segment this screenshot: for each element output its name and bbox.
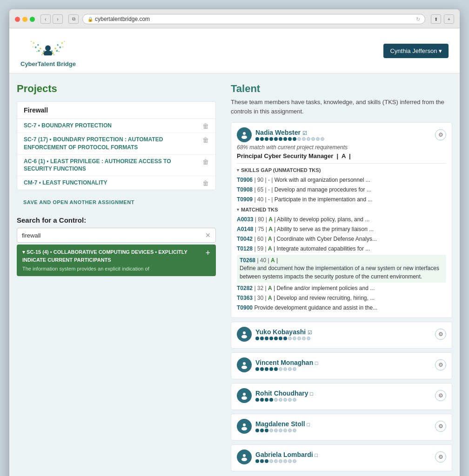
talent-name-row: Gabriela Lombardi □ (255, 451, 318, 458)
talent-name: Gabriela Lombardi (255, 451, 313, 458)
svg-point-33 (241, 365, 247, 369)
tks-desc: Provide development guidance and assist … (254, 304, 377, 311)
skill-dot (316, 137, 320, 141)
talent-card-nadia: Nadia Webster ☑ (231, 122, 452, 318)
talent-settings-button[interactable]: ⚙ (435, 329, 446, 340)
talent-settings-button[interactable]: ⚙ (435, 359, 446, 370)
tks-badge: A (268, 285, 272, 291)
svg-point-3 (38, 50, 40, 52)
svg-point-20 (33, 46, 34, 48)
skill-dot (283, 367, 287, 371)
skill-dot (279, 137, 282, 141)
tks-desc: Work with all organization personnel ... (275, 177, 370, 183)
tks-score: | 75 | (255, 226, 269, 232)
collapse-icon[interactable]: ▾ (237, 207, 239, 212)
talent-skill-dots (255, 367, 318, 371)
skill-dot (279, 398, 282, 402)
control-label: SC-7 • BOUNDARY PROTECTION (24, 122, 199, 130)
tks-desc: Develop and review recruiting, hiring, .… (276, 295, 375, 301)
svg-point-31 (241, 335, 247, 338)
browser-nav: ‹ › (40, 14, 63, 24)
talent-card-header: Gabriela Lombardi □ (237, 450, 446, 464)
skill-dot (260, 367, 264, 371)
talent-card-vincent: Vincent Monaghan □ (231, 352, 452, 379)
skill-dot (260, 398, 264, 402)
skill-dot (255, 367, 259, 371)
skill-dot (293, 398, 296, 402)
control-row: SC-7 (17) • BOUNDARY PROTECTION : AUTOMA… (17, 133, 215, 155)
tks-id: T0042 (237, 236, 253, 242)
skill-dot (265, 429, 268, 432)
skill-dot (274, 337, 278, 340)
talent-settings-button[interactable]: ⚙ (435, 129, 446, 140)
talent-left: Rohit Choudhary □ (237, 388, 313, 403)
talent-card-gabriela: Gabriela Lombardi □ (231, 444, 452, 471)
delete-control-icon[interactable]: 🗑 (202, 122, 209, 130)
svg-point-8 (60, 46, 61, 48)
logo-svg (27, 34, 69, 60)
tks-id: T0128 (237, 245, 253, 252)
skill-dot (302, 337, 306, 340)
matched-tks-label: MATCHED TKS (241, 207, 278, 212)
skill-dot (274, 459, 278, 463)
person-icon (240, 422, 248, 430)
tks-sep: | (272, 285, 277, 291)
skill-dot (265, 459, 268, 463)
delete-control-icon[interactable]: 🗑 (202, 136, 209, 144)
search-input[interactable] (22, 232, 202, 239)
forward-button[interactable]: › (53, 14, 63, 24)
tks-score: | 40 | - | (254, 196, 274, 203)
talent-settings-button[interactable]: ⚙ (435, 421, 446, 432)
tks-badge: A (268, 245, 272, 252)
tks-desc: Define and/or implement policies and ... (276, 285, 375, 291)
search-result: ▾ SC-15 (4) • COLLABORATIVE COMPUTING DE… (17, 245, 216, 276)
share-button[interactable]: ⬆ (431, 14, 441, 24)
reload-icon[interactable]: ↻ (416, 16, 420, 22)
talent-card-header: Rohit Choudhary □ (237, 388, 446, 403)
svg-point-39 (241, 457, 247, 461)
skill-dot (260, 429, 264, 432)
skill-dot (288, 337, 292, 340)
skill-dot (260, 337, 264, 340)
tks-id: T0282 (237, 285, 253, 291)
talent-card-header: Vincent Monaghan □ (237, 357, 446, 372)
talent-name-row: Magdalene Stoll □ (255, 420, 310, 428)
url-bar[interactable]: 🔒 cybertalentbridge.com ↻ (82, 14, 425, 24)
talent-name-row: Rohit Choudhary □ (255, 390, 313, 397)
talent-left: Nadia Webster ☑ (237, 127, 324, 142)
talent-card-rohit: Rohit Choudhary □ (231, 383, 452, 410)
talent-settings-button[interactable]: ⚙ (435, 451, 446, 463)
tks-score: | 30 | (254, 295, 268, 301)
talent-settings-button[interactable]: ⚙ (435, 390, 446, 401)
skill-dot (307, 137, 310, 141)
project-name: Firewall (17, 102, 215, 119)
svg-point-28 (243, 132, 246, 135)
delete-control-icon[interactable]: 🗑 (202, 179, 209, 187)
save-assignment-link[interactable]: SAVE AND OPEN ANOTHER ASSIGNMENT (17, 197, 216, 212)
talent-name-row: Yuko Kobayashi ☑ (255, 328, 312, 336)
tab-view-button[interactable]: ⧉ (68, 14, 79, 24)
user-menu-button[interactable]: Cynthia Jefferson ▾ (383, 44, 449, 58)
new-tab-button[interactable]: + (444, 14, 454, 24)
app-body: Projects Firewall SC-7 • BOUNDARY PROTEC… (9, 73, 460, 476)
right-panel: Talent These team members have tasks, kn… (223, 73, 460, 476)
talent-name: Vincent Monaghan (255, 359, 313, 366)
skill-dot (255, 429, 259, 432)
avatar (237, 327, 252, 342)
add-result-button[interactable]: + (205, 248, 210, 258)
talent-info: Gabriela Lombardi □ (255, 451, 318, 463)
talent-check-icon: □ (307, 422, 310, 427)
back-button[interactable]: ‹ (40, 14, 51, 24)
talent-card-magdalene: Magdalene Stoll □ (231, 414, 452, 441)
tks-score: | 65 | - | (254, 186, 274, 193)
delete-control-icon[interactable]: 🗑 (202, 158, 209, 165)
avatar (237, 127, 252, 142)
clear-search-button[interactable]: ✕ (205, 231, 211, 239)
collapse-icon[interactable]: ▾ (237, 168, 239, 172)
tks-badge: A (268, 216, 273, 223)
skill-dot (274, 429, 278, 432)
avatar (237, 419, 252, 434)
tks-badge: A (268, 295, 272, 301)
control-separator: • (47, 158, 50, 165)
svg-point-7 (56, 50, 58, 52)
